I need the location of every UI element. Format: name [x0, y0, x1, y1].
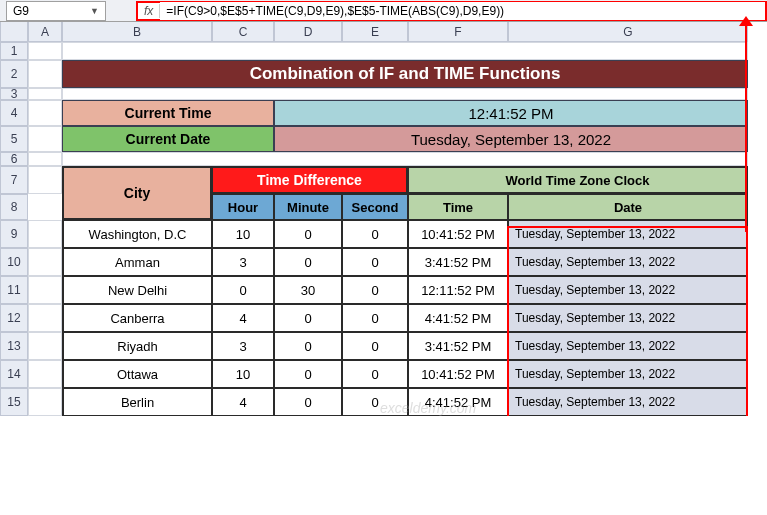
current-time-label[interactable]: Current Time — [62, 100, 274, 126]
row-header[interactable]: 13 — [0, 332, 28, 360]
world-clock-header[interactable]: World Time Zone Clock — [408, 166, 748, 194]
data-cell-minute[interactable]: 30 — [274, 276, 342, 304]
hour-header[interactable]: Hour — [212, 194, 274, 220]
cell[interactable] — [28, 276, 62, 304]
data-cell-hour[interactable]: 10 — [212, 220, 274, 248]
current-time-value[interactable]: 12:41:52 PM — [274, 100, 748, 126]
formula-bar[interactable]: fx =IF(C9>0,$E$5+TIME(C9,D9,E9),$E$5-TIM… — [136, 1, 767, 21]
row-header[interactable]: 8 — [0, 194, 28, 220]
cell[interactable] — [28, 304, 62, 332]
current-date-label[interactable]: Current Date — [62, 126, 274, 152]
row-header[interactable]: 5 — [0, 126, 28, 152]
time-header[interactable]: Time — [408, 194, 508, 220]
data-cell-city[interactable]: Berlin — [62, 388, 212, 416]
row-header[interactable]: 4 — [0, 100, 28, 126]
data-cell-second[interactable]: 0 — [342, 360, 408, 388]
fx-icon[interactable]: fx — [138, 4, 160, 18]
data-cell-minute[interactable]: 0 — [274, 388, 342, 416]
row-header[interactable]: 1 — [0, 42, 28, 60]
title-cell[interactable]: Combination of IF and TIME Functions — [62, 60, 748, 88]
data-cell-date[interactable]: Tuesday, September 13, 2022 — [508, 276, 748, 304]
col-header[interactable]: G — [508, 22, 748, 42]
col-header[interactable]: D — [274, 22, 342, 42]
cell[interactable] — [28, 332, 62, 360]
cell[interactable] — [62, 42, 748, 60]
data-cell-second[interactable]: 0 — [342, 248, 408, 276]
col-header[interactable]: B — [62, 22, 212, 42]
data-cell-second[interactable]: 0 — [342, 388, 408, 416]
name-box[interactable]: G9 ▼ — [6, 1, 106, 21]
cell[interactable] — [28, 388, 62, 416]
formula-input[interactable]: =IF(C9>0,$E$5+TIME(C9,D9,E9),$E$5-TIME(A… — [160, 2, 765, 20]
data-cell-hour[interactable]: 3 — [212, 248, 274, 276]
row-header[interactable]: 6 — [0, 152, 28, 166]
col-header[interactable]: F — [408, 22, 508, 42]
data-cell-minute[interactable]: 0 — [274, 332, 342, 360]
data-cell-second[interactable]: 0 — [342, 304, 408, 332]
col-header[interactable]: C — [212, 22, 274, 42]
data-cell-time[interactable]: 12:11:52 PM — [408, 276, 508, 304]
data-cell-minute[interactable]: 0 — [274, 360, 342, 388]
cell[interactable] — [28, 248, 62, 276]
cell[interactable] — [62, 152, 748, 166]
data-cell-minute[interactable]: 0 — [274, 220, 342, 248]
data-cell-minute[interactable]: 0 — [274, 304, 342, 332]
data-cell-time[interactable]: 4:41:52 PM — [408, 304, 508, 332]
data-cell-time[interactable]: 3:41:52 PM — [408, 332, 508, 360]
col-header[interactable]: E — [342, 22, 408, 42]
row-header[interactable]: 15 — [0, 388, 28, 416]
row-header[interactable]: 2 — [0, 60, 28, 88]
cell[interactable] — [28, 42, 62, 60]
current-date-value[interactable]: Tuesday, September 13, 2022 — [274, 126, 748, 152]
row-header[interactable]: 10 — [0, 248, 28, 276]
cell[interactable] — [28, 126, 62, 152]
time-diff-header[interactable]: Time Difference — [212, 166, 408, 194]
data-cell-city[interactable]: Canberra — [62, 304, 212, 332]
data-cell-second[interactable]: 0 — [342, 276, 408, 304]
data-cell-date[interactable]: Tuesday, September 13, 2022 — [508, 220, 748, 248]
data-cell-date[interactable]: Tuesday, September 13, 2022 — [508, 332, 748, 360]
data-cell-city[interactable]: Amman — [62, 248, 212, 276]
row-header[interactable]: 7 — [0, 166, 28, 194]
data-cell-date[interactable]: Tuesday, September 13, 2022 — [508, 388, 748, 416]
cell[interactable] — [28, 360, 62, 388]
data-cell-date[interactable]: Tuesday, September 13, 2022 — [508, 248, 748, 276]
data-cell-hour[interactable]: 3 — [212, 332, 274, 360]
date-header[interactable]: Date — [508, 194, 748, 220]
data-cell-hour[interactable]: 0 — [212, 276, 274, 304]
cell[interactable] — [28, 100, 62, 126]
data-cell-time[interactable]: 4:41:52 PM — [408, 388, 508, 416]
dropdown-icon[interactable]: ▼ — [90, 6, 99, 16]
cell[interactable] — [28, 60, 62, 88]
data-cell-minute[interactable]: 0 — [274, 248, 342, 276]
minute-header[interactable]: Minute — [274, 194, 342, 220]
data-cell-city[interactable]: Riyadh — [62, 332, 212, 360]
second-header[interactable]: Second — [342, 194, 408, 220]
cell[interactable] — [28, 152, 62, 166]
data-cell-date[interactable]: Tuesday, September 13, 2022 — [508, 304, 748, 332]
select-all-corner[interactable] — [0, 22, 28, 42]
data-cell-hour[interactable]: 10 — [212, 360, 274, 388]
data-cell-city[interactable]: Washington, D.C — [62, 220, 212, 248]
cell[interactable] — [28, 166, 62, 194]
data-cell-second[interactable]: 0 — [342, 220, 408, 248]
cell[interactable] — [28, 220, 62, 248]
data-cell-hour[interactable]: 4 — [212, 388, 274, 416]
row-header[interactable]: 9 — [0, 220, 28, 248]
row-header[interactable]: 14 — [0, 360, 28, 388]
data-cell-hour[interactable]: 4 — [212, 304, 274, 332]
row-header[interactable]: 3 — [0, 88, 28, 100]
data-cell-city[interactable]: Ottawa — [62, 360, 212, 388]
data-cell-second[interactable]: 0 — [342, 332, 408, 360]
cell[interactable] — [62, 88, 748, 100]
cell[interactable] — [28, 88, 62, 100]
data-cell-city[interactable]: New Delhi — [62, 276, 212, 304]
data-cell-time[interactable]: 3:41:52 PM — [408, 248, 508, 276]
data-cell-date[interactable]: Tuesday, September 13, 2022 — [508, 360, 748, 388]
data-cell-time[interactable]: 10:41:52 PM — [408, 220, 508, 248]
row-header[interactable]: 11 — [0, 276, 28, 304]
row-header[interactable]: 12 — [0, 304, 28, 332]
col-header[interactable]: A — [28, 22, 62, 42]
data-cell-time[interactable]: 10:41:52 PM — [408, 360, 508, 388]
city-header[interactable]: City — [62, 166, 212, 220]
